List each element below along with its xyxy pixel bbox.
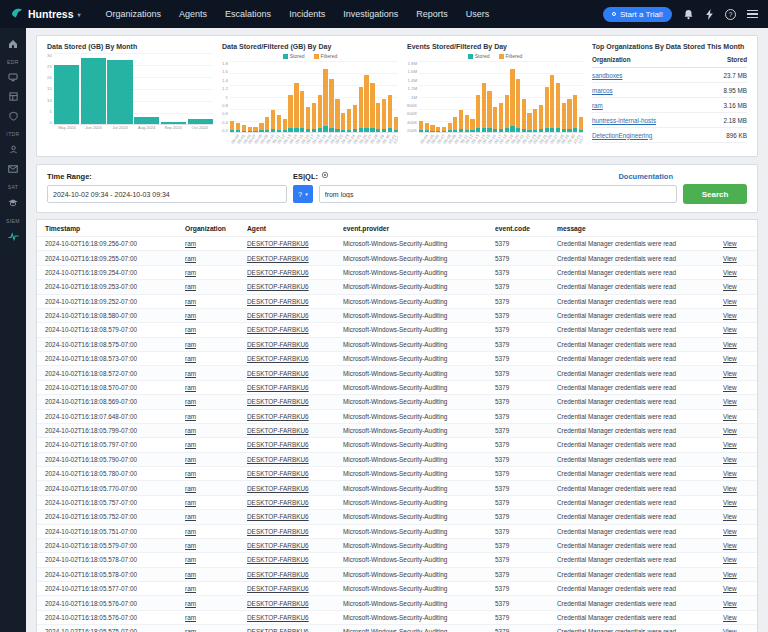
organization-link[interactable]: ram	[181, 625, 243, 632]
help-icon[interactable]: ?	[725, 9, 736, 20]
sidebar-edr-dashboard-icon[interactable]	[4, 71, 22, 84]
agent-link[interactable]: DESKTOP-FARBKU6	[243, 539, 339, 552]
agent-link[interactable]: DESKTOP-FARBKU6	[243, 338, 339, 351]
organization-link[interactable]: ram	[181, 266, 243, 279]
agent-link[interactable]: DESKTOP-FARBKU6	[243, 295, 339, 308]
organization-link[interactable]: DetectionEngineering	[592, 132, 652, 139]
nav-investigations[interactable]: Investigations	[334, 9, 407, 19]
organization-link[interactable]: ram	[181, 467, 243, 480]
nav-agents[interactable]: Agents	[170, 9, 216, 19]
theme-toggle-bolt-icon[interactable]	[705, 9, 714, 20]
organization-link[interactable]: ram	[181, 366, 243, 379]
view-link[interactable]: View	[719, 266, 753, 279]
start-trial-button[interactable]: Start a Trial!	[603, 7, 672, 22]
organization-link[interactable]: ram	[181, 410, 243, 423]
agent-link[interactable]: DESKTOP-FARBKU6	[243, 280, 339, 293]
organization-link[interactable]: ram	[181, 539, 243, 552]
view-link[interactable]: View	[719, 496, 753, 509]
brand-menu[interactable]: Huntress ▾	[10, 6, 81, 22]
agent-link[interactable]: DESKTOP-FARBKU6	[243, 467, 339, 480]
sidebar-sat-training-icon[interactable]	[4, 196, 22, 209]
view-link[interactable]: View	[719, 453, 753, 466]
time-range-input[interactable]	[47, 185, 287, 203]
view-link[interactable]: View	[719, 539, 753, 552]
view-link[interactable]: View	[719, 251, 753, 264]
view-link[interactable]: View	[719, 366, 753, 379]
organization-link[interactable]: sandboxes	[592, 72, 622, 79]
view-link[interactable]: View	[719, 625, 753, 632]
sidebar-edr-defender-icon[interactable]	[4, 109, 22, 122]
view-link[interactable]: View	[719, 481, 753, 494]
view-link[interactable]: View	[719, 237, 753, 250]
nav-reports[interactable]: Reports	[407, 9, 457, 19]
notifications-bell-icon[interactable]	[683, 9, 694, 20]
nav-incidents[interactable]: Incidents	[280, 9, 334, 19]
agent-link[interactable]: DESKTOP-FARBKU6	[243, 525, 339, 538]
agent-link[interactable]: DESKTOP-FARBKU6	[243, 510, 339, 523]
agent-link[interactable]: DESKTOP-FARBKU6	[243, 625, 339, 632]
agent-link[interactable]: DESKTOP-FARBKU6	[243, 496, 339, 509]
agent-link[interactable]: DESKTOP-FARBKU6	[243, 309, 339, 322]
agent-link[interactable]: DESKTOP-FARBKU6	[243, 453, 339, 466]
sidebar-itdr-identity-icon[interactable]	[4, 143, 22, 156]
view-link[interactable]: View	[719, 510, 753, 523]
menu-hamburger-icon[interactable]	[747, 10, 758, 19]
nav-organizations[interactable]: Organizations	[97, 9, 171, 19]
view-link[interactable]: View	[719, 309, 753, 322]
agent-link[interactable]: DESKTOP-FARBKU6	[243, 395, 339, 408]
view-link[interactable]: View	[719, 323, 753, 336]
agent-link[interactable]: DESKTOP-FARBKU6	[243, 366, 339, 379]
query-help-dropdown-button[interactable]: ?▾	[293, 185, 313, 203]
agent-link[interactable]: DESKTOP-FARBKU6	[243, 553, 339, 566]
organization-link[interactable]: ram	[181, 309, 243, 322]
organization-link[interactable]: ram	[181, 424, 243, 437]
organization-link[interactable]: ram	[181, 582, 243, 595]
agent-link[interactable]: DESKTOP-FARBKU6	[243, 568, 339, 581]
organization-link[interactable]: ram	[181, 280, 243, 293]
agent-link[interactable]: DESKTOP-FARBKU6	[243, 611, 339, 624]
organization-link[interactable]: ram	[181, 525, 243, 538]
view-link[interactable]: View	[719, 338, 753, 351]
agent-link[interactable]: DESKTOP-FARBKU6	[243, 438, 339, 451]
organization-link[interactable]: ram	[181, 596, 243, 609]
agent-link[interactable]: DESKTOP-FARBKU6	[243, 323, 339, 336]
agent-link[interactable]: DESKTOP-FARBKU6	[243, 381, 339, 394]
sidebar-siem-logs-icon[interactable]	[4, 230, 22, 243]
organization-link[interactable]: marcos	[592, 87, 613, 94]
documentation-link[interactable]: Documentation	[618, 172, 673, 181]
organization-link[interactable]: ram	[181, 510, 243, 523]
organization-link[interactable]: ram	[181, 496, 243, 509]
organization-link[interactable]: ram	[181, 338, 243, 351]
organization-link[interactable]: ram	[181, 553, 243, 566]
search-button[interactable]: Search	[683, 184, 747, 204]
agent-link[interactable]: DESKTOP-FARBKU6	[243, 251, 339, 264]
nav-users[interactable]: Users	[457, 9, 499, 19]
sidebar-itdr-mail-icon[interactable]	[4, 162, 22, 175]
organization-link[interactable]: ram	[181, 251, 243, 264]
organization-link[interactable]: ram	[592, 102, 603, 109]
view-link[interactable]: View	[719, 395, 753, 408]
query-input[interactable]	[319, 185, 677, 203]
organization-link[interactable]: ram	[181, 481, 243, 494]
view-link[interactable]: View	[719, 467, 753, 480]
view-link[interactable]: View	[719, 295, 753, 308]
organization-link[interactable]: huntress-internal-hosts	[592, 117, 656, 124]
view-link[interactable]: View	[719, 525, 753, 538]
organization-link[interactable]: ram	[181, 295, 243, 308]
organization-link[interactable]: ram	[181, 453, 243, 466]
organization-link[interactable]: ram	[181, 611, 243, 624]
view-link[interactable]: View	[719, 438, 753, 451]
organization-link[interactable]: ram	[181, 352, 243, 365]
view-link[interactable]: View	[719, 596, 753, 609]
agent-link[interactable]: DESKTOP-FARBKU6	[243, 237, 339, 250]
esql-settings-icon[interactable]	[321, 171, 329, 181]
view-link[interactable]: View	[719, 352, 753, 365]
view-link[interactable]: View	[719, 424, 753, 437]
sidebar-edr-agents-icon[interactable]	[4, 90, 22, 103]
view-link[interactable]: View	[719, 582, 753, 595]
view-link[interactable]: View	[719, 280, 753, 293]
organization-link[interactable]: ram	[181, 395, 243, 408]
view-link[interactable]: View	[719, 410, 753, 423]
organization-link[interactable]: ram	[181, 568, 243, 581]
agent-link[interactable]: DESKTOP-FARBKU6	[243, 352, 339, 365]
